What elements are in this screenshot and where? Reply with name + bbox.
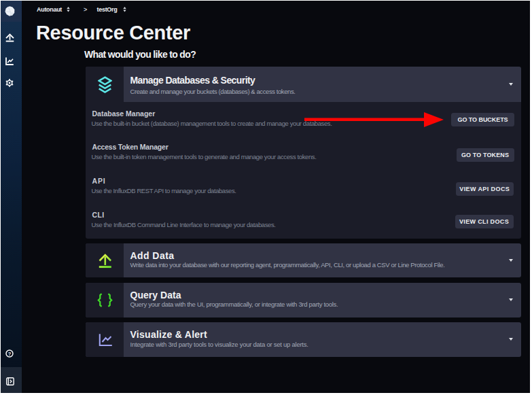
svg-text:?: ?: [8, 351, 12, 357]
